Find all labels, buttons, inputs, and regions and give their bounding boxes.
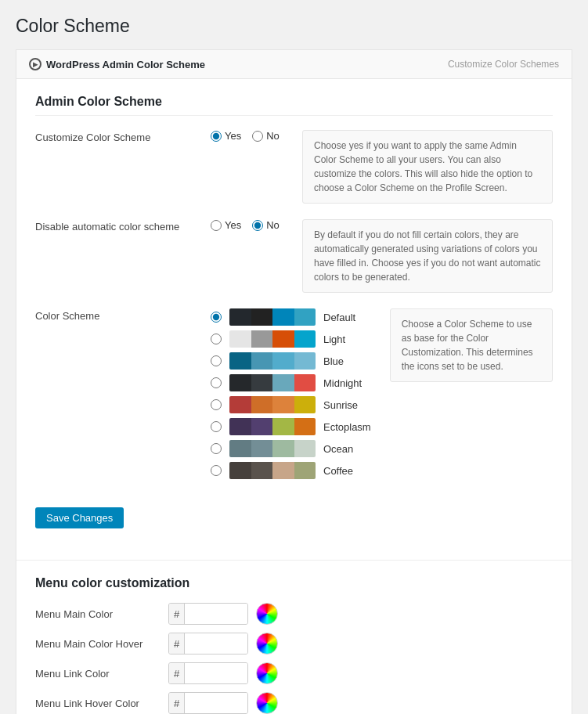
swatch bbox=[272, 418, 294, 435]
swatch bbox=[229, 352, 251, 370]
swatch bbox=[229, 462, 251, 479]
color-scheme-radio-light[interactable] bbox=[211, 334, 222, 344]
scheme-option: Blue bbox=[211, 352, 371, 370]
menu-color-label: Menu Link Color bbox=[35, 668, 161, 680]
color-picker-icon[interactable] bbox=[256, 692, 278, 714]
color-scheme-radio-midnight[interactable] bbox=[211, 377, 222, 388]
disable-no-label[interactable]: No bbox=[252, 219, 280, 231]
color-picker-icon[interactable] bbox=[256, 662, 278, 684]
swatch bbox=[294, 418, 316, 435]
scheme-name: Sunrise bbox=[323, 399, 358, 411]
color-text-input-0[interactable] bbox=[185, 604, 247, 624]
color-scheme-card: ▶ WordPress Admin Color Scheme Customize… bbox=[16, 49, 572, 714]
hash-symbol: # bbox=[169, 604, 185, 624]
swatch bbox=[251, 352, 273, 370]
swatch bbox=[251, 418, 273, 435]
swatch bbox=[251, 330, 273, 348]
swatch bbox=[272, 396, 294, 413]
color-picker-icon[interactable] bbox=[256, 603, 278, 625]
color-text-input-3[interactable] bbox=[185, 693, 247, 713]
color-scheme-radio-sunrise[interactable] bbox=[211, 399, 222, 410]
customize-no-label[interactable]: No bbox=[252, 130, 280, 142]
swatch bbox=[294, 330, 316, 348]
customize-radio-group: Yes No bbox=[211, 130, 280, 142]
customize-yes-label[interactable]: Yes bbox=[211, 130, 241, 142]
scheme-name: Blue bbox=[323, 355, 344, 367]
color-text-input-2[interactable] bbox=[185, 663, 247, 683]
menu-color-row: Menu Link Hover Color# bbox=[35, 692, 553, 714]
customize-no-radio[interactable] bbox=[252, 131, 263, 142]
menu-color-label: Menu Main Color Hover bbox=[35, 638, 161, 650]
color-swatches-blue bbox=[229, 352, 316, 370]
swatch bbox=[294, 308, 316, 326]
scheme-name: Ocean bbox=[323, 443, 353, 455]
color-scheme-radio-ocean[interactable] bbox=[211, 443, 222, 454]
swatch bbox=[229, 330, 251, 348]
color-scheme-radio-blue[interactable] bbox=[211, 355, 222, 366]
swatch bbox=[294, 462, 316, 479]
disable-yes-radio[interactable] bbox=[211, 220, 222, 231]
swatch bbox=[272, 440, 294, 457]
scheme-option: Ocean bbox=[211, 440, 371, 457]
swatch bbox=[294, 374, 316, 391]
color-picker-icon[interactable] bbox=[256, 633, 278, 654]
swatch bbox=[229, 440, 251, 457]
color-hash-input-wrap: # bbox=[168, 662, 248, 684]
page-title: Color Scheme bbox=[16, 16, 572, 37]
disable-description: By default if you do not fill certain co… bbox=[302, 219, 553, 293]
swatch bbox=[251, 374, 273, 391]
scheme-option: Midnight bbox=[211, 374, 371, 391]
disable-radio-group: Yes No bbox=[211, 219, 280, 231]
color-scheme-field-label: Color Scheme bbox=[35, 308, 192, 322]
customize-color-schemes-link[interactable]: Customize Color Schemes bbox=[448, 59, 559, 70]
menu-color-label: Menu Main Color bbox=[35, 608, 161, 620]
customize-yes-radio[interactable] bbox=[211, 131, 222, 142]
color-scheme-radio-ectoplasm[interactable] bbox=[211, 421, 222, 432]
color-scheme-radio-coffee[interactable] bbox=[211, 465, 222, 476]
color-scheme-picker-row: Color Scheme DefaultLightBlueMidnightSun… bbox=[35, 308, 553, 484]
menu-color-rows: Menu Main Color#Menu Main Color Hover#Me… bbox=[35, 603, 553, 714]
color-hash-input-wrap: # bbox=[168, 633, 248, 654]
menu-customization-title: Menu color customization bbox=[35, 576, 553, 590]
hash-symbol: # bbox=[169, 693, 185, 713]
color-swatches-default bbox=[229, 308, 316, 326]
color-text-input-1[interactable] bbox=[185, 633, 247, 654]
customize-color-scheme-label: Customize Color Scheme bbox=[35, 130, 192, 143]
scheme-name: Ectoplasm bbox=[323, 421, 371, 433]
disable-no-radio[interactable] bbox=[252, 220, 263, 231]
swatch bbox=[272, 308, 294, 326]
swatch bbox=[294, 440, 316, 457]
scheme-name: Coffee bbox=[323, 465, 353, 477]
disable-auto-label: Disable automatic color scheme bbox=[35, 219, 192, 233]
hash-symbol: # bbox=[169, 633, 185, 654]
menu-color-label: Menu Link Hover Color bbox=[35, 698, 161, 709]
color-scheme-radio-default[interactable] bbox=[211, 312, 222, 323]
card-header-title-text: WordPress Admin Color Scheme bbox=[46, 59, 205, 70]
customize-description: Choose yes if you want to apply the same… bbox=[302, 130, 553, 204]
menu-customization-section: Menu color customization Menu Main Color… bbox=[16, 560, 572, 714]
swatch bbox=[229, 396, 251, 413]
color-hash-input-wrap: # bbox=[168, 692, 248, 714]
play-icon: ▶ bbox=[29, 58, 41, 70]
color-scheme-options: DefaultLightBlueMidnightSunriseEctoplasm… bbox=[211, 308, 371, 484]
disable-yes-label[interactable]: Yes bbox=[211, 219, 241, 231]
scheme-name: Light bbox=[323, 334, 345, 345]
swatch bbox=[229, 308, 251, 326]
menu-color-row: Menu Main Color# bbox=[35, 603, 553, 625]
disable-auto-color-row: Disable automatic color scheme Yes No By… bbox=[35, 219, 553, 293]
disable-auto-control: Yes No bbox=[211, 219, 283, 231]
color-swatches-coffee bbox=[229, 462, 316, 479]
card-header: ▶ WordPress Admin Color Scheme Customize… bbox=[16, 50, 572, 79]
menu-color-row: Menu Link Color# bbox=[35, 662, 553, 684]
swatch bbox=[272, 352, 294, 370]
swatch bbox=[272, 330, 294, 348]
save-changes-button[interactable]: Save Changes bbox=[35, 507, 124, 528]
swatch bbox=[272, 462, 294, 479]
swatch bbox=[229, 374, 251, 391]
swatch bbox=[251, 462, 273, 479]
swatch bbox=[251, 396, 273, 413]
admin-color-scheme-title: Admin Color Scheme bbox=[35, 95, 553, 116]
menu-color-row: Menu Main Color Hover# bbox=[35, 633, 553, 654]
color-hash-input-wrap: # bbox=[168, 603, 248, 625]
hash-symbol: # bbox=[169, 663, 185, 683]
